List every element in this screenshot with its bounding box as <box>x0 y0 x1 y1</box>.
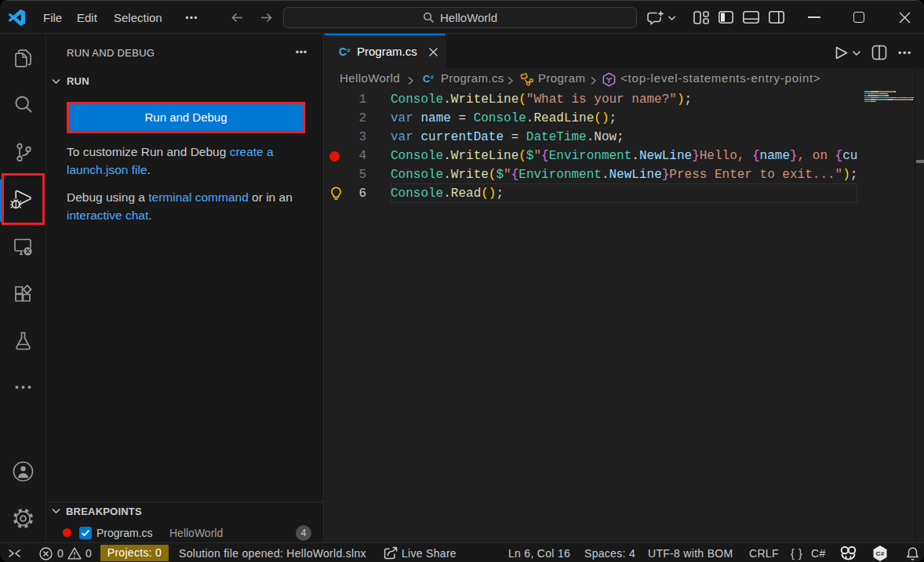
svg-text:C#: C# <box>876 550 885 557</box>
